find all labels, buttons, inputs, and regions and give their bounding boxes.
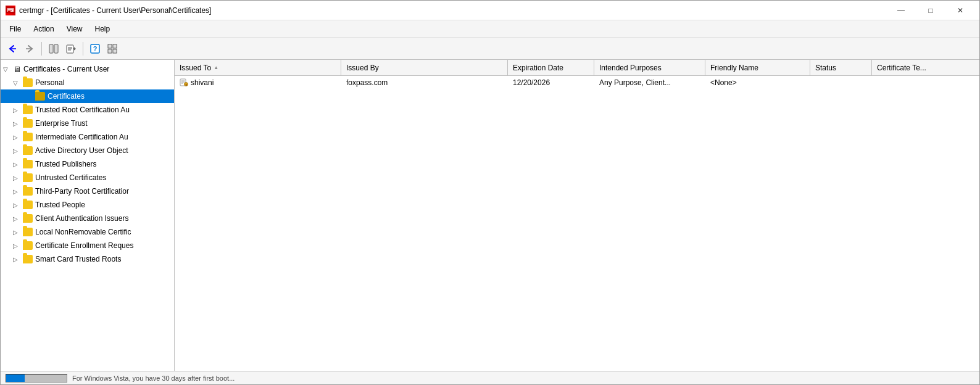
tree-item-ad-user[interactable]: ▷ Active Directory User Object: [1, 144, 174, 157]
tree-item-personal[interactable]: ▽ Personal: [1, 76, 174, 89]
back-button[interactable]: [4, 41, 20, 57]
tree-root-label: Certificates - Current User: [23, 65, 109, 73]
intermediate-expand-icon: ▷: [13, 134, 23, 141]
enterprise-expand-icon: ▷: [13, 120, 23, 127]
toolbar-sep-2: [83, 42, 83, 56]
expiration-value: 12/20/2026: [513, 78, 550, 87]
list-body: ★ shivani foxpass.com 12/20/2026: [175, 76, 979, 371]
tree-panel: ▽ 🖥 Certificates - Current User ▽ Person…: [1, 60, 175, 371]
col-friendly[interactable]: Friendly Name: [705, 60, 810, 75]
export-list-button[interactable]: [63, 41, 79, 57]
trusted-root-expand-icon: ▷: [13, 107, 23, 114]
show-hide-button[interactable]: [46, 41, 62, 57]
title-bar: certmgr - [Certificates - Current User\P…: [1, 1, 979, 20]
folder-icon-trusted-pub: [23, 160, 33, 168]
issued-by-value: foxpass.com: [346, 78, 388, 87]
menu-action[interactable]: Action: [27, 22, 60, 36]
col-issued-by[interactable]: Issued By: [341, 60, 508, 75]
tree-label-local-nonremov: Local NonRemovable Certific: [35, 228, 131, 236]
folder-icon-cert-enroll: [23, 241, 33, 250]
tree-item-untrusted[interactable]: ▷ Untrusted Certificates: [1, 171, 174, 184]
tree-label-untrusted: Untrusted Certificates: [35, 173, 106, 182]
app-icon: [6, 6, 15, 15]
tree-root[interactable]: ▽ 🖥 Certificates - Current User: [1, 62, 174, 76]
ad-user-expand-icon: ▷: [13, 147, 23, 154]
tree-label-intermediate: Intermediate Certification Au: [35, 133, 128, 141]
tree-item-client-auth[interactable]: ▷ Client Authentication Issuers: [1, 212, 174, 225]
tree-item-trusted-root[interactable]: ▷ Trusted Root Certification Au: [1, 103, 174, 117]
trusted-people-expand-icon: ▷: [13, 202, 23, 209]
tree-item-intermediate[interactable]: ▷ Intermediate Certification Au: [1, 130, 174, 144]
help-button[interactable]: ?: [87, 41, 103, 57]
forward-button[interactable]: [22, 41, 38, 57]
svg-rect-6: [50, 45, 52, 52]
folder-icon-intermediate: [23, 133, 33, 141]
sort-icon: ▲: [214, 65, 218, 70]
folder-icon-enterprise: [23, 119, 33, 128]
col-issued-to[interactable]: Issued To ▲: [175, 60, 341, 75]
col-cert-template[interactable]: Certificate Te...: [872, 60, 952, 75]
col-status-label: Status: [815, 64, 836, 72]
folder-icon-local-nonremov: [23, 228, 33, 236]
table-row[interactable]: ★ shivani foxpass.com 12/20/2026: [175, 76, 979, 89]
folder-icon-smart-card: [23, 255, 33, 263]
smart-card-expand-icon: ▷: [13, 256, 23, 263]
computer-icon: 🖥: [13, 65, 21, 74]
menu-file[interactable]: File: [3, 22, 27, 36]
svg-rect-20: [109, 45, 111, 48]
folder-icon-trusted-people: [23, 201, 33, 209]
cert-enroll-expand-icon: ▷: [13, 242, 23, 249]
personal-expand-icon: ▽: [13, 80, 23, 86]
tree-item-third-party[interactable]: ▷ Third-Party Root Certificatior: [1, 184, 174, 198]
tree-label-ad-user: Active Directory User Object: [35, 146, 128, 155]
tree-item-local-nonremov[interactable]: ▷ Local NonRemovable Certific: [1, 225, 174, 239]
tree-item-trusted-pub[interactable]: ▷ Trusted Publishers: [1, 157, 174, 171]
progress-fill: [6, 375, 25, 382]
svg-rect-22: [109, 50, 111, 52]
svg-rect-23: [114, 50, 116, 52]
purposes-value: Any Purpose, Client...: [599, 78, 671, 87]
local-nonremov-expand-icon: ▷: [13, 229, 23, 236]
tree-label-cert-enroll: Certificate Enrollment Reques: [35, 241, 133, 250]
col-expiration[interactable]: Expiration Date: [508, 60, 594, 75]
tree-label-personal: Personal: [35, 78, 64, 87]
root-expand-icon: ▽: [3, 66, 13, 73]
tree-item-smart-card[interactable]: ▷ Smart Card Trusted Roots: [1, 252, 174, 266]
svg-rect-8: [55, 45, 57, 52]
view-button[interactable]: [104, 41, 120, 57]
tree-item-cert-enroll[interactable]: ▷ Certificate Enrollment Reques: [1, 239, 174, 252]
svg-rect-2: [8, 9, 13, 9]
trusted-pub-expand-icon: ▷: [13, 161, 23, 168]
tree-item-certificates[interactable]: Certificates: [1, 89, 174, 103]
col-purposes-label: Intended Purposes: [599, 64, 662, 72]
list-panel: Issued To ▲ Issued By Expiration Date In…: [175, 60, 979, 371]
tree-item-trusted-people[interactable]: ▷ Trusted People: [1, 198, 174, 212]
col-friendly-label: Friendly Name: [710, 64, 758, 72]
col-status[interactable]: Status: [810, 60, 872, 75]
close-button[interactable]: ✕: [946, 2, 974, 19]
issued-to-value: shivani: [191, 78, 214, 87]
cell-cert-template: [872, 81, 952, 84]
cell-issued-to: ★ shivani: [175, 77, 341, 88]
tree-label-client-auth: Client Authentication Issuers: [35, 214, 128, 223]
cell-issued-by: foxpass.com: [341, 77, 508, 88]
col-purposes[interactable]: Intended Purposes: [594, 60, 705, 75]
cell-friendly: <None>: [705, 77, 810, 88]
window-controls: — □ ✕: [887, 2, 974, 19]
maximize-button[interactable]: □: [916, 2, 945, 19]
untrusted-expand-icon: ▷: [13, 175, 23, 181]
tree-label-trusted-people: Trusted People: [35, 201, 85, 209]
folder-icon-third-party: [23, 187, 33, 196]
toolbar: ?: [1, 38, 979, 60]
menu-help[interactable]: Help: [89, 22, 117, 36]
client-auth-expand-icon: ▷: [13, 215, 23, 222]
svg-text:?: ?: [93, 45, 98, 52]
friendly-value: <None>: [710, 78, 737, 87]
status-text: For Windows Vista, you have 30 days afte…: [72, 375, 235, 382]
tree-item-enterprise[interactable]: ▷ Enterprise Trust: [1, 117, 174, 130]
tree-label-certificates: Certificates: [48, 92, 85, 101]
menu-view[interactable]: View: [60, 22, 89, 36]
window-title: certmgr - [Certificates - Current User\P…: [19, 6, 887, 15]
minimize-button[interactable]: —: [887, 2, 915, 19]
tree-label-third-party: Third-Party Root Certificatior: [35, 187, 129, 196]
